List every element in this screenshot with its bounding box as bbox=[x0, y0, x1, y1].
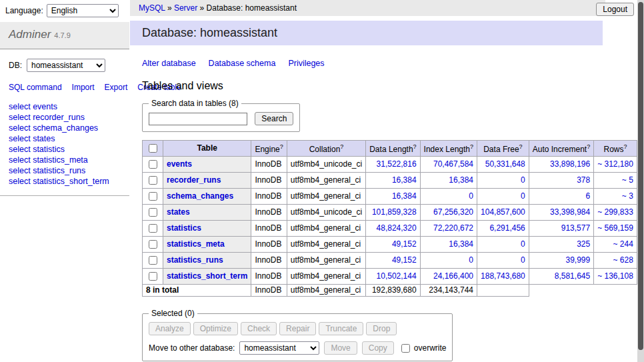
index-length-link[interactable]: 0 bbox=[469, 255, 473, 265]
help-icon[interactable]: ? bbox=[519, 143, 523, 150]
row-checkbox[interactable] bbox=[149, 256, 157, 265]
auto-increment-link[interactable]: 6 bbox=[585, 191, 590, 201]
rows-link[interactable]: ~ 299,833 bbox=[597, 207, 633, 217]
table-name-link[interactable]: events bbox=[167, 159, 192, 169]
data-length-link[interactable]: 31,522,816 bbox=[377, 159, 417, 169]
table-name-link[interactable]: statistics_short_term bbox=[167, 271, 247, 281]
rows-link[interactable]: ~ 5 bbox=[622, 175, 633, 185]
rows-link[interactable]: ~ 136,108 bbox=[597, 271, 633, 281]
auto-increment-link[interactable]: 33,898,196 bbox=[550, 159, 590, 169]
help-icon[interactable]: ? bbox=[470, 143, 473, 150]
copy-button[interactable]: Copy bbox=[362, 341, 394, 355]
table-name-link[interactable]: statistics_meta bbox=[167, 239, 225, 249]
action-alter-database[interactable]: Alter database bbox=[142, 59, 196, 68]
row-checkbox[interactable] bbox=[149, 240, 157, 249]
drop-button[interactable]: Drop bbox=[366, 322, 397, 335]
sidebar-link-sql-command[interactable]: SQL command bbox=[9, 83, 62, 92]
data-free-link[interactable]: 0 bbox=[521, 255, 525, 265]
data-length-link[interactable]: 101,859,328 bbox=[372, 207, 417, 217]
row-checkbox[interactable] bbox=[149, 192, 157, 201]
sidebar-link-export[interactable]: Export bbox=[105, 83, 128, 92]
rows-link[interactable]: ~ 569,159 bbox=[597, 223, 633, 233]
sidebar-link-import[interactable]: Import bbox=[72, 83, 95, 92]
data-length-link[interactable]: 49,152 bbox=[392, 239, 417, 249]
help-icon[interactable]: ? bbox=[280, 143, 283, 150]
optimize-button[interactable]: Optimize bbox=[193, 322, 238, 335]
scrollbar-thumb[interactable] bbox=[638, 2, 643, 350]
data-length-link[interactable]: 16,384 bbox=[392, 191, 417, 201]
move-button[interactable]: Move bbox=[324, 341, 357, 355]
column-header-data-length[interactable]: Data Length? bbox=[366, 141, 420, 157]
row-checkbox[interactable] bbox=[149, 160, 157, 169]
data-length-link[interactable]: 48,824,320 bbox=[377, 223, 417, 233]
column-header-engine[interactable]: Engine? bbox=[251, 141, 287, 157]
rows-link[interactable]: ~ 312,180 bbox=[597, 159, 633, 169]
action-privileges[interactable]: Privileges bbox=[288, 59, 324, 68]
column-header-data-free[interactable]: Data Free? bbox=[477, 141, 529, 157]
vertical-scrollbar[interactable] bbox=[637, 0, 644, 362]
repair-button[interactable]: Repair bbox=[279, 322, 316, 335]
sidebar-select-statistics-meta[interactable]: select statistics_meta bbox=[9, 155, 121, 165]
sidebar-select-statistics-short-term[interactable]: select statistics_short_term bbox=[9, 176, 121, 187]
table-name-link[interactable]: statistics bbox=[167, 223, 201, 233]
rows-link[interactable]: ~ 628 bbox=[613, 255, 633, 265]
data-free-link[interactable]: 50,331,648 bbox=[485, 159, 525, 169]
data-free-link[interactable]: 104,857,600 bbox=[481, 207, 525, 217]
auto-increment-link[interactable]: 33,398,984 bbox=[550, 207, 590, 217]
index-length-link[interactable]: 72,220,672 bbox=[433, 223, 473, 233]
index-length-link[interactable]: 0 bbox=[469, 191, 473, 201]
sidebar-select-statistics-runs[interactable]: select statistics_runs bbox=[9, 165, 121, 176]
select-all-checkbox[interactable] bbox=[149, 144, 157, 153]
auto-increment-link[interactable]: 325 bbox=[577, 239, 590, 249]
rows-link[interactable]: ~ 3 bbox=[622, 191, 633, 201]
data-length-link[interactable]: 49,152 bbox=[392, 255, 417, 265]
help-icon[interactable]: ? bbox=[413, 143, 417, 150]
auto-increment-link[interactable]: 913,577 bbox=[561, 223, 590, 233]
row-checkbox[interactable] bbox=[149, 176, 157, 185]
overwrite-checkbox[interactable] bbox=[401, 344, 410, 353]
column-header-collation[interactable]: Collation? bbox=[287, 141, 365, 157]
data-free-link[interactable]: 0 bbox=[521, 239, 525, 249]
data-free-link[interactable]: 6,291,456 bbox=[489, 223, 525, 233]
data-free-link[interactable]: 0 bbox=[521, 175, 525, 185]
row-checkbox[interactable] bbox=[149, 208, 157, 217]
index-length-link[interactable]: 67,256,320 bbox=[433, 207, 473, 217]
data-length-link[interactable]: 16,384 bbox=[392, 175, 417, 185]
help-icon[interactable]: ? bbox=[340, 143, 343, 150]
analyze-button[interactable]: Analyze bbox=[149, 322, 191, 335]
action-database-schema[interactable]: Database schema bbox=[209, 59, 276, 68]
index-length-link[interactable]: 24,166,400 bbox=[433, 271, 473, 281]
logout-button[interactable]: Logout bbox=[596, 3, 634, 16]
data-free-link[interactable]: 188,743,680 bbox=[481, 271, 525, 281]
table-name-link[interactable]: schema_changes bbox=[167, 191, 233, 201]
language-select[interactable]: English bbox=[47, 4, 119, 17]
column-header-rows[interactable]: Rows? bbox=[594, 141, 637, 157]
table-name-link[interactable]: statistics_runs bbox=[167, 255, 223, 265]
check-button[interactable]: Check bbox=[241, 322, 277, 335]
row-checkbox[interactable] bbox=[149, 272, 157, 281]
sidebar-select-events[interactable]: select events bbox=[9, 101, 121, 112]
column-header-index-length[interactable]: Index Length? bbox=[420, 141, 477, 157]
breadcrumb-link-mysql[interactable]: MySQL bbox=[139, 3, 165, 13]
index-length-link[interactable]: 70,467,584 bbox=[433, 159, 473, 169]
breadcrumb-link-server[interactable]: Server bbox=[174, 3, 197, 13]
search-button[interactable]: Search bbox=[255, 112, 293, 125]
auto-increment-link[interactable]: 8,581,645 bbox=[555, 271, 590, 281]
sidebar-select-states[interactable]: select states bbox=[9, 133, 121, 144]
auto-increment-link[interactable]: 39,999 bbox=[565, 255, 590, 265]
truncate-button[interactable]: Truncate bbox=[319, 322, 363, 335]
help-icon[interactable]: ? bbox=[624, 143, 627, 150]
column-header-auto-increment[interactable]: Auto Increment? bbox=[529, 141, 593, 157]
sidebar-select-recorder-runs[interactable]: select recorder_runs bbox=[9, 112, 121, 123]
sidebar-select-schema-changes[interactable]: select schema_changes bbox=[9, 123, 121, 133]
search-input[interactable] bbox=[149, 113, 247, 125]
table-name-link[interactable]: states bbox=[167, 207, 190, 217]
db-select[interactable]: homeassistant bbox=[27, 59, 105, 72]
table-name-link[interactable]: recorder_runs bbox=[167, 175, 221, 185]
index-length-link[interactable]: 16,384 bbox=[449, 239, 473, 249]
data-length-link[interactable]: 10,502,144 bbox=[377, 271, 417, 281]
adminer-logo[interactable]: Adminer bbox=[9, 28, 51, 41]
index-length-link[interactable]: 16,384 bbox=[449, 175, 473, 185]
rows-link[interactable]: ~ 244 bbox=[613, 239, 633, 249]
help-icon[interactable]: ? bbox=[587, 143, 590, 150]
